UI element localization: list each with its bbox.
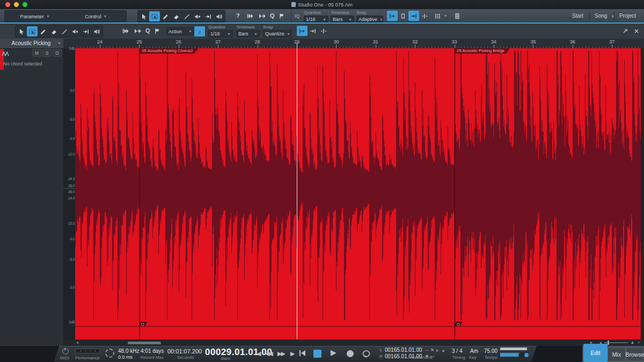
song-page-button[interactable]: Song ▼ <box>595 13 614 19</box>
mix-page-button[interactable]: Mix <box>608 348 626 361</box>
ruler-tick <box>100 45 100 48</box>
timebase-dropdown[interactable]: Timebase Bars▼ <box>331 10 354 23</box>
mute-button[interactable]: M <box>32 49 41 57</box>
loop-button[interactable] <box>362 350 374 360</box>
rewind-button[interactable]: ◀◀ <box>265 351 272 357</box>
waveform-editor[interactable]: 05 Acoustic Picking Chorus205 Acoustic P… <box>75 48 641 339</box>
help-button[interactable]: ? <box>236 12 240 19</box>
fast-forward-button[interactable]: ▶▶ <box>277 351 284 357</box>
step-back-button[interactable]: ◀ <box>257 351 261 357</box>
overdub-button[interactable]: O <box>53 49 62 57</box>
primary-time-display[interactable]: 00029.01.01.00 <box>205 347 272 358</box>
detach-editor-icon[interactable] <box>620 26 631 36</box>
page-box-button[interactable] <box>398 11 408 21</box>
snap-dropdown[interactable]: Snap Quantize▼ <box>263 25 292 38</box>
quantize-q-button[interactable]: Q <box>270 12 275 19</box>
input-quantize-label[interactable]: IQ <box>295 13 300 19</box>
track-header[interactable]: Acoustic Picking ▼ <box>0 39 63 49</box>
performance-meter[interactable] <box>75 349 100 353</box>
eraser-tool-button[interactable] <box>171 11 181 21</box>
bar-number: 31 <box>373 39 378 45</box>
split-tool-button[interactable] <box>38 26 48 36</box>
project-page-button[interactable]: Project <box>619 13 636 19</box>
metronome-setup-icon[interactable]: ▲ <box>441 349 445 353</box>
return-to-start-button[interactable] <box>299 350 306 358</box>
split-tool-button[interactable] <box>160 11 171 21</box>
record-dot-icon[interactable]: ● <box>436 349 438 353</box>
tempo-meter <box>500 348 527 350</box>
quantize-note-toggle[interactable]: ♪ <box>194 26 205 36</box>
audio-event-label[interactable]: 05 Acoustic Picking Bridge <box>455 48 510 54</box>
arrow-bar-button[interactable] <box>308 26 318 36</box>
db-tick-label: -36.0 <box>68 184 75 188</box>
bend-tool-button[interactable] <box>203 11 214 21</box>
step-forward-button[interactable]: ▶ <box>290 351 295 357</box>
listen-tool-button[interactable] <box>214 11 224 21</box>
paint-tool-button[interactable] <box>181 11 192 21</box>
autoscroll-button[interactable] <box>387 11 398 21</box>
quantize-q-button[interactable]: Q <box>145 27 150 34</box>
db-scale-center-line <box>63 188 75 189</box>
range-tool-button[interactable] <box>27 26 38 36</box>
arrow-bar-button[interactable] <box>408 11 419 21</box>
mute-tool-button[interactable] <box>192 11 203 21</box>
audio-waveform[interactable] <box>75 48 641 339</box>
quantize-dropdown[interactable]: Quantize 1/16▼ <box>208 25 233 38</box>
edit-page-button[interactable]: Edit <box>583 344 608 362</box>
mute-tool-button[interactable] <box>70 26 80 36</box>
zoom-slider[interactable] <box>604 341 628 345</box>
paint-tool-button[interactable] <box>59 26 70 36</box>
ruler-tick <box>336 45 336 48</box>
vertical-scrollbar[interactable] <box>641 48 644 339</box>
play-from-start-icon[interactable] <box>245 11 255 21</box>
control-dropdown[interactable]: Control▼ <box>66 11 127 21</box>
snap-dropdown[interactable]: Snap Adaptive▼ <box>356 10 383 23</box>
tempo-value[interactable]: 75.00 <box>484 348 497 354</box>
edit-toolbar: Q Action▼ ♪ Quantize 1/16▼ Timebase Bars… <box>0 24 644 39</box>
arrow-tool-button[interactable] <box>16 26 27 36</box>
marker-flag-icon[interactable]: ⚑ <box>430 349 434 353</box>
timeline-ruler[interactable]: 2425262728293031323334353637 <box>63 39 644 49</box>
track-layers-icon[interactable] <box>452 11 463 21</box>
loop-start-value[interactable]: 00165.01.01.00 <box>385 347 422 353</box>
play-from-cursor-icon[interactable] <box>257 11 267 21</box>
action-dropdown[interactable]: Action▼ <box>166 27 194 35</box>
key-value[interactable]: Am <box>470 348 478 354</box>
title-bar: Studio One - 05 075 Am <box>0 0 644 9</box>
zoom-in-button[interactable]: ▲ <box>630 339 635 345</box>
start-page-button[interactable]: Start <box>572 13 583 19</box>
range-tool-button[interactable] <box>149 11 160 21</box>
play-from-start-icon[interactable] <box>120 26 131 36</box>
bend-marker-icon[interactable] <box>276 11 287 21</box>
parameter-dropdown[interactable]: Parameter▼ <box>5 11 65 21</box>
zoom-presets-button[interactable]: ≡ <box>638 339 639 346</box>
scroll-left-arrow[interactable]: ◂ <box>76 339 78 346</box>
browse-page-button[interactable]: Browse <box>626 348 644 361</box>
autoscroll-button[interactable] <box>297 26 308 36</box>
playhead-cursor[interactable] <box>297 43 297 339</box>
arrow-tool-button[interactable] <box>138 11 149 21</box>
time-signature-value[interactable]: 3 / 4 <box>452 348 462 354</box>
play-button[interactable]: ▶ <box>331 350 336 356</box>
quantize-dropdown[interactable]: Quantize 1/16▼ <box>304 10 328 23</box>
bend-marker-icon[interactable] <box>152 26 163 36</box>
close-editor-icon[interactable] <box>631 26 642 36</box>
volume-automation-line[interactable] <box>75 326 641 327</box>
eraser-tool-button[interactable] <box>48 26 59 36</box>
timebase-dropdown[interactable]: Timebase Bars▼ <box>236 25 260 38</box>
tempo-toggle[interactable] <box>518 352 529 358</box>
bar-number: 28 <box>255 39 260 45</box>
audio-event-label[interactable]: 05 Acoustic Picking Chorus2 <box>140 48 198 54</box>
dot-bar-button[interactable] <box>419 11 430 21</box>
precount-icon[interactable]: ∼ <box>425 349 429 353</box>
horizontal-scrollbar-thumb[interactable] <box>128 342 161 344</box>
dot-bar-button[interactable] <box>318 26 329 36</box>
record-button[interactable] <box>347 350 354 357</box>
sample-rate-value: 48.0 kHz <box>118 348 139 354</box>
bend-tool-button[interactable] <box>80 26 91 36</box>
play-from-cursor-icon[interactable] <box>132 26 143 36</box>
stop-button[interactable] <box>313 350 321 358</box>
solo-button[interactable]: S <box>42 49 52 57</box>
grid-view-dropdown[interactable]: ▼ <box>433 11 448 21</box>
listen-tool-button[interactable] <box>91 26 102 36</box>
